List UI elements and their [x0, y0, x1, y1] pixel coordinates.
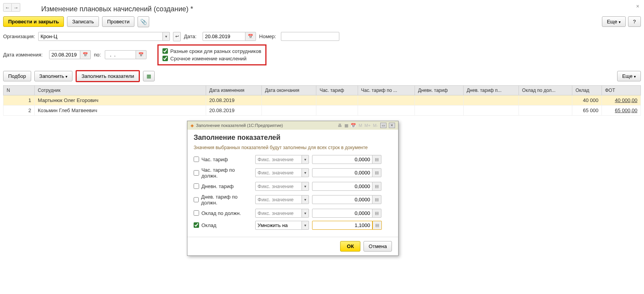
cell-n: 1	[4, 95, 35, 105]
different-dates-label: Разные сроки для разных сотрудников	[170, 48, 261, 54]
columns-button[interactable]	[143, 71, 155, 81]
help-button[interactable]: ?	[628, 16, 641, 27]
close-icon[interactable]: ×	[636, 3, 639, 9]
columns-icon	[146, 73, 151, 79]
col-daily[interactable]: Дневн. тариф	[415, 85, 463, 95]
select-button[interactable]: Подбор	[3, 71, 31, 81]
date-calendar-button[interactable]	[245, 32, 256, 41]
different-dates-checkbox[interactable]	[162, 48, 168, 54]
date-input[interactable]	[203, 32, 245, 41]
paperclip-icon	[140, 19, 147, 25]
nav-forward-button[interactable]: →	[12, 3, 20, 12]
chevron-down-icon	[634, 73, 636, 79]
org-input[interactable]	[38, 32, 163, 41]
change-date-input[interactable]	[49, 50, 80, 59]
post-button[interactable]: Провести	[102, 16, 135, 27]
checkbox-highlight-block: Разные сроки для разных сотрудников Сроч…	[157, 44, 266, 65]
form-row-change-date: Дата изменения: по: Разные сроки для раз…	[0, 43, 644, 67]
main-toolbar: Провести и закрыть Записать Провести Еще…	[0, 13, 644, 30]
org-label: Организация:	[3, 33, 35, 39]
change-date-calendar-button[interactable]	[80, 50, 91, 59]
col-salary-pos[interactable]: Оклад по дол...	[519, 85, 572, 95]
cell-salary: 40 000	[572, 95, 602, 105]
org-open-button[interactable]: ↩	[173, 32, 181, 41]
cell-n: 2	[4, 105, 35, 115]
chevron-down-icon	[65, 73, 67, 79]
col-employee[interactable]: Сотрудник	[35, 85, 206, 95]
number-label: Номер:	[259, 33, 278, 39]
col-daily-pos[interactable]: Днев. тариф п...	[463, 85, 519, 95]
employees-grid[interactable]: N Сотрудник Дата изменения Дата окончани…	[3, 85, 641, 116]
urgent-change-checkbox[interactable]	[162, 56, 168, 61]
col-hourly[interactable]: Час. тариф	[316, 85, 358, 95]
cell-change-date: 20.08.2019	[206, 95, 262, 105]
table-row[interactable]: 1 Мартынюк Олег Егорович 20.08.2019 40 0…	[4, 95, 641, 105]
post-and-close-button[interactable]: Провести и закрыть	[3, 16, 64, 27]
page-title: Изменение плановых начислений (создание)…	[41, 3, 193, 13]
cell-employee: Мартынюк Олег Егорович	[35, 95, 206, 105]
cell-change-date: 20.08.2019	[206, 105, 262, 115]
cell-employee: Козьмин Глеб Матвеевич	[35, 105, 206, 115]
grid-more-button[interactable]: Еще	[617, 71, 641, 81]
col-salary[interactable]: Оклад	[572, 85, 602, 95]
number-input[interactable]	[281, 32, 339, 41]
col-end-date[interactable]: Дата окончания	[262, 85, 316, 95]
more-button[interactable]: Еще	[602, 16, 626, 27]
to-date-calendar-button[interactable]	[136, 50, 146, 59]
attach-button[interactable]	[138, 16, 149, 27]
to-label: по:	[94, 52, 102, 58]
nav-back-button[interactable]: ←	[3, 3, 12, 12]
cell-salary: 65 000	[572, 105, 602, 115]
cell-fot[interactable]: 65 000,00	[615, 107, 637, 113]
org-dropdown-button[interactable]	[163, 32, 170, 41]
col-fot[interactable]: ФОТ	[602, 85, 640, 95]
to-date-input[interactable]	[105, 50, 136, 59]
col-hourly-pos[interactable]: Час. тариф по ...	[358, 85, 415, 95]
date-label: Дата:	[184, 33, 199, 39]
urgent-change-label: Срочное изменение начислений	[170, 56, 247, 62]
grid-toolbar: Подбор Заполнить Заполнить показатели Ещ…	[0, 67, 644, 85]
fill-indicators-button[interactable]: Заполнить показатели	[76, 70, 140, 82]
col-n[interactable]: N	[4, 85, 35, 95]
write-button[interactable]: Записать	[67, 16, 99, 27]
fill-button[interactable]: Заполнить	[34, 71, 72, 81]
form-row-org: Организация: ↩ Дата: Номер:	[0, 30, 644, 43]
change-date-label: Дата изменения:	[3, 52, 46, 58]
table-row[interactable]: 2 Козьмин Глеб Матвеевич 20.08.2019 65 0…	[4, 105, 641, 115]
col-change-date[interactable]: Дата изменения	[206, 85, 262, 95]
cell-fot[interactable]: 40 000,00	[615, 97, 637, 103]
chevron-down-icon	[619, 19, 621, 25]
